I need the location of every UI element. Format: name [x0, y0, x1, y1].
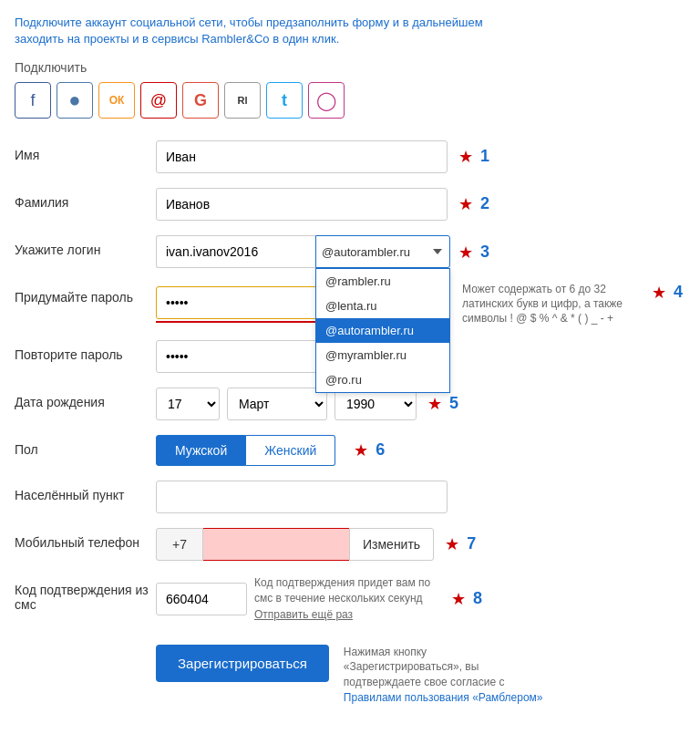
register-button[interactable]: Зарегистрироваться: [156, 645, 329, 682]
birthdate-month-select[interactable]: Март: [227, 388, 327, 420]
phone-input[interactable]: [203, 528, 349, 561]
vk-icon[interactable]: ●: [57, 82, 93, 119]
domain-option-myrambler[interactable]: @myrambler.ru: [316, 343, 449, 367]
phone-required-star: ★: [445, 534, 459, 554]
name-row: Имя ★ 1: [15, 140, 685, 173]
gender-female-button[interactable]: Женский: [246, 435, 335, 466]
domain-option-autorambler[interactable]: @autorambler.ru: [316, 318, 449, 343]
surname-label: Фамилия: [15, 188, 156, 210]
register-hint: Нажимая кнопку «Зарегистрироваться», вы …: [344, 645, 544, 706]
birthdate-label: Дата рождения: [15, 388, 156, 409]
name-step: 1: [480, 147, 489, 166]
sms-resend-link[interactable]: Отправить ещё раз: [254, 608, 353, 621]
phone-prefix: +7: [156, 528, 203, 561]
login-inputs: @autorambler.ru: [156, 235, 448, 268]
login-step: 3: [480, 243, 489, 262]
login-required-star: ★: [458, 243, 473, 263]
facebook-icon[interactable]: f: [15, 82, 51, 119]
repeat-password-label: Повторите пароль: [15, 340, 156, 362]
connect-label: Подключить: [15, 60, 685, 75]
twitter-icon[interactable]: t: [266, 82, 303, 119]
surname-step: 2: [480, 194, 489, 213]
phone-step: 7: [467, 534, 476, 553]
surname-row: Фамилия ★ 2: [15, 188, 685, 221]
sms-label: Код подтверждения из смс: [15, 575, 156, 612]
terms-link[interactable]: Правилами пользования «Рамблером»: [344, 691, 543, 704]
sms-required-star: ★: [451, 589, 466, 609]
city-input[interactable]: [156, 481, 448, 513]
domain-option-lenta[interactable]: @lenta.ru: [316, 294, 449, 318]
surname-input[interactable]: [156, 188, 448, 221]
password-step: 4: [674, 283, 683, 302]
city-field: [156, 481, 685, 513]
login-row: Укажите логин @autorambler.ru @rambler.r…: [15, 235, 685, 268]
sms-input[interactable]: [156, 583, 247, 615]
name-label: Имя: [15, 140, 156, 162]
phone-label: Мобильный телефон: [15, 528, 156, 550]
gender-buttons: Мужской Женский: [156, 435, 335, 466]
phone-field: +7 Изменить ★ 7: [156, 528, 685, 561]
gender-label: Пол: [15, 435, 156, 457]
login-domain-select[interactable]: @autorambler.ru: [315, 235, 450, 268]
birthdate-day-select[interactable]: 17: [156, 388, 220, 420]
surname-required-star: ★: [458, 194, 473, 214]
domain-option-rambler[interactable]: @rambler.ru: [316, 269, 449, 294]
register-row: Зарегистрироваться Нажимая кнопку «Зарег…: [156, 645, 685, 706]
sms-hint: Код подтверждения придет вам по смс в те…: [254, 575, 437, 606]
city-row: Населённый пункт: [15, 481, 685, 513]
password-required-star: ★: [652, 283, 666, 303]
sms-row: Код подтверждения из смс Код подтвержден…: [15, 575, 685, 622]
name-input[interactable]: [156, 140, 448, 173]
mail-icon[interactable]: @: [140, 82, 177, 119]
intro-text: Подключите аккаунт социальной сети, чтоб…: [15, 15, 525, 47]
name-required-star: ★: [458, 147, 473, 167]
gender-step: 6: [376, 440, 385, 460]
sms-field: Код подтверждения придет вам по смс в те…: [156, 575, 685, 622]
birthdate-required-star: ★: [427, 394, 442, 414]
password-hint: Может содержать от 6 до 32 латинских бук…: [462, 283, 644, 326]
gender-field: Мужской Женский ★ 6: [156, 435, 685, 466]
phone-change-button[interactable]: Изменить: [349, 528, 434, 561]
rambler-icon[interactable]: Rl: [224, 82, 261, 119]
login-input[interactable]: [156, 235, 315, 268]
gender-required-star: ★: [354, 440, 368, 460]
login-label: Укажите логин: [15, 235, 156, 257]
google-icon[interactable]: G: [182, 82, 219, 119]
password-label: Придумайте пароль: [15, 283, 156, 305]
social-icons-row: f ● ОК @ G Rl t ◯: [15, 82, 685, 119]
instagram-icon[interactable]: ◯: [308, 82, 345, 119]
domain-option-ro[interactable]: @ro.ru: [316, 367, 449, 392]
odnoklassniki-icon[interactable]: ОК: [98, 82, 135, 119]
phone-row: Мобильный телефон +7 Изменить ★ 7: [15, 528, 685, 561]
gender-row: Пол Мужской Женский ★ 6: [15, 435, 685, 466]
birthdate-step: 5: [449, 394, 458, 413]
sms-step: 8: [473, 589, 482, 608]
surname-field: ★ 2: [156, 188, 685, 221]
gender-male-button[interactable]: Мужской: [156, 435, 246, 466]
name-field: ★ 1: [156, 140, 685, 173]
city-label: Населённый пункт: [15, 481, 156, 502]
domain-dropdown: @rambler.ru @lenta.ru @autorambler.ru @m…: [315, 268, 450, 393]
